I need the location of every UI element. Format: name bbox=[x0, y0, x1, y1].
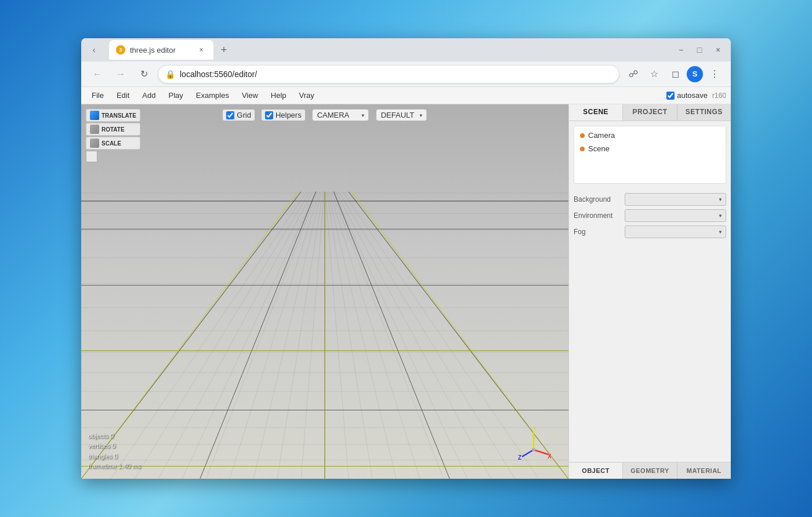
background-select-wrap[interactable] bbox=[625, 193, 726, 206]
autosave-version: r160 bbox=[712, 92, 726, 100]
helpers-checkbox[interactable] bbox=[265, 111, 273, 119]
bottom-tabs: OBJECT GEOMETRY MATERIAL bbox=[569, 462, 731, 479]
new-tab-button[interactable]: + bbox=[216, 42, 232, 58]
view-select-wrap[interactable]: DEFAULT bbox=[376, 109, 427, 121]
grid-label: Grid bbox=[237, 111, 251, 119]
menu-file[interactable]: File bbox=[86, 90, 110, 101]
menu-help[interactable]: Help bbox=[265, 90, 292, 101]
tree-item-camera[interactable]: Camera bbox=[577, 129, 723, 142]
tab-bar-area: 3 three.js editor × + bbox=[109, 40, 670, 60]
right-panel: SCENE PROJECT SETTINGS Camera Scene Back… bbox=[568, 104, 731, 479]
vertices-stat: vertices 0 bbox=[88, 441, 141, 452]
fog-row: Fog bbox=[574, 225, 726, 238]
scene-tree: Camera Scene bbox=[574, 126, 726, 184]
address-bar-input[interactable]: 🔒 localhost:5560/editor/ bbox=[158, 65, 619, 83]
maximize-button[interactable]: □ bbox=[691, 42, 708, 58]
axes-indicator: Y X Z bbox=[516, 427, 551, 461]
address-right-buttons: ☍ ☆ ◻ S ⋮ bbox=[624, 65, 724, 83]
menu-right-area: autosave r160 bbox=[666, 91, 726, 100]
scale-tool-button[interactable]: SCALE bbox=[86, 137, 140, 150]
title-bar: ‹ 3 three.js editor × + − □ × bbox=[81, 38, 731, 61]
menu-add[interactable]: Add bbox=[136, 90, 161, 101]
menu-button[interactable]: ⋮ bbox=[705, 65, 724, 83]
environment-select[interactable] bbox=[625, 209, 726, 222]
minimize-button[interactable]: − bbox=[673, 42, 689, 58]
tab-project[interactable]: PROJECT bbox=[623, 104, 677, 121]
window-controls-left: ‹ bbox=[86, 42, 102, 58]
menu-vray[interactable]: Vray bbox=[293, 90, 320, 101]
fog-select[interactable] bbox=[625, 225, 726, 238]
scene-label: Scene bbox=[588, 144, 610, 153]
autosave-label[interactable]: autosave bbox=[666, 91, 708, 100]
tab-material[interactable]: MATERIAL bbox=[677, 463, 731, 479]
environment-row: Environment bbox=[574, 209, 726, 222]
scene-tabs: SCENE PROJECT SETTINGS bbox=[569, 104, 731, 121]
scene-properties: Background Environment bbox=[569, 188, 731, 243]
background-label: Background bbox=[574, 195, 620, 203]
tab-settings[interactable]: SETTINGS bbox=[677, 104, 731, 121]
view-select[interactable]: DEFAULT bbox=[376, 109, 427, 121]
lock-icon: 🔒 bbox=[165, 70, 175, 79]
tab-scene[interactable]: SCENE bbox=[569, 104, 623, 121]
profile-button[interactable]: S bbox=[687, 66, 703, 82]
helpers-checkbox-label[interactable]: Helpers bbox=[262, 110, 305, 121]
svg-text:Z: Z bbox=[518, 454, 521, 461]
extensions-button[interactable]: ◻ bbox=[666, 65, 684, 83]
camera-label: Camera bbox=[588, 131, 615, 140]
camera-select[interactable]: CAMERA Perspective Top Front Side bbox=[312, 109, 369, 121]
rotate-tool-button[interactable]: ROTATE bbox=[86, 123, 140, 136]
camera-dot bbox=[580, 133, 585, 138]
browser-window: ‹ 3 three.js editor × + − □ × ← → ↻ 🔒 lo… bbox=[81, 38, 731, 479]
active-tab[interactable]: 3 three.js editor × bbox=[109, 40, 213, 60]
tab-title: three.js editor bbox=[130, 46, 191, 54]
svg-line-55 bbox=[522, 450, 534, 457]
camera-select-wrap[interactable]: CAMERA Perspective Top Front Side bbox=[312, 109, 369, 121]
reload-button[interactable]: ↻ bbox=[135, 65, 153, 83]
scene-dot bbox=[580, 147, 585, 151]
grid-checkbox-label[interactable]: Grid bbox=[223, 110, 255, 121]
svg-text:X: X bbox=[548, 453, 551, 460]
grid-checkbox[interactable] bbox=[226, 111, 234, 119]
triangles-stat: triangles 0 bbox=[88, 452, 141, 462]
svg-point-57 bbox=[532, 448, 535, 452]
tab-favicon: 3 bbox=[116, 45, 125, 54]
rotate-icon bbox=[90, 125, 99, 134]
panel-spacer bbox=[569, 243, 731, 462]
svg-text:Y: Y bbox=[532, 427, 536, 432]
rotate-label: ROTATE bbox=[102, 126, 125, 133]
extra-tool-button[interactable] bbox=[86, 151, 97, 162]
environment-label: Environment bbox=[574, 212, 620, 220]
menu-edit[interactable]: Edit bbox=[111, 90, 135, 101]
helpers-label: Helpers bbox=[276, 111, 302, 119]
tab-object[interactable]: OBJECT bbox=[569, 463, 623, 479]
tab-close-button[interactable]: × bbox=[196, 45, 206, 55]
forward-button[interactable]: → bbox=[111, 65, 130, 83]
fog-select-wrap[interactable] bbox=[625, 225, 726, 238]
viewport[interactable]: TRANSLATE ROTATE SCALE Grid bbox=[81, 104, 568, 479]
tree-item-scene[interactable]: Scene bbox=[577, 142, 723, 155]
menu-play[interactable]: Play bbox=[163, 90, 189, 101]
scale-icon bbox=[90, 139, 99, 148]
window-controls-right: − □ × bbox=[673, 42, 726, 58]
translate-icon-btn[interactable]: ☍ bbox=[624, 65, 643, 83]
objects-stat: objects 0 bbox=[88, 431, 141, 442]
close-button[interactable]: × bbox=[710, 42, 726, 58]
menu-bar: File Edit Add Play Examples View Help Vr… bbox=[81, 87, 731, 104]
scale-label: SCALE bbox=[102, 140, 121, 147]
frametime-stat: frametime 1.40 ms bbox=[88, 461, 141, 472]
fog-label: Fog bbox=[574, 228, 620, 236]
viewport-stats: objects 0 vertices 0 triangles 0 frameti… bbox=[88, 431, 141, 472]
background-row: Background bbox=[574, 193, 726, 206]
autosave-checkbox[interactable] bbox=[666, 92, 675, 100]
background-select[interactable] bbox=[625, 193, 726, 206]
editor-main: TRANSLATE ROTATE SCALE Grid bbox=[81, 104, 731, 479]
menu-examples[interactable]: Examples bbox=[190, 90, 235, 101]
menu-view[interactable]: View bbox=[236, 90, 264, 101]
viewport-canvas bbox=[81, 104, 568, 479]
viewport-top-bar: Grid Helpers CAMERA Perspective Top Fron… bbox=[81, 109, 568, 121]
bookmark-button[interactable]: ☆ bbox=[645, 65, 664, 83]
tab-back-btn[interactable]: ‹ bbox=[86, 42, 102, 58]
back-button[interactable]: ← bbox=[88, 65, 107, 83]
environment-select-wrap[interactable] bbox=[625, 209, 726, 222]
tab-geometry[interactable]: GEOMETRY bbox=[623, 463, 677, 479]
